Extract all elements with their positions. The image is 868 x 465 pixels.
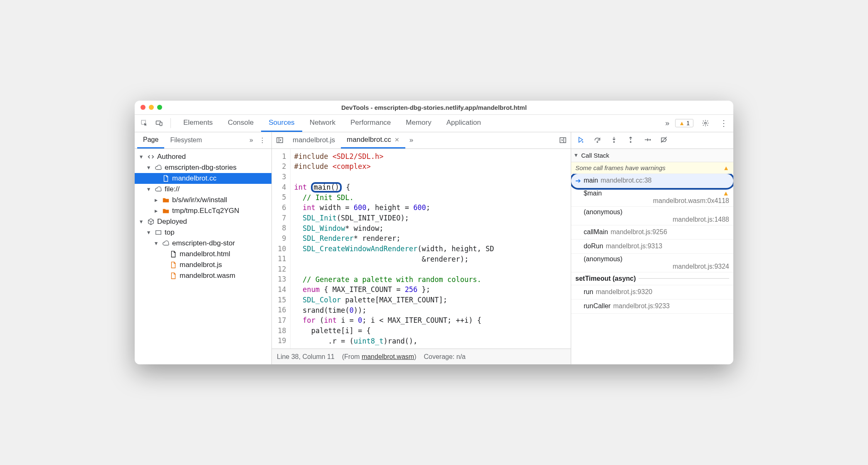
- step-into-icon[interactable]: [610, 136, 618, 145]
- step-over-icon[interactable]: [594, 136, 601, 145]
- step-out-icon[interactable]: [627, 136, 634, 145]
- code-line[interactable]: .r = (uint8_t)rand(),: [294, 336, 567, 346]
- callstack-frame[interactable]: runCallermandelbrot.js:9233: [571, 299, 733, 314]
- tab-performance[interactable]: Performance: [343, 115, 398, 132]
- code-line[interactable]: [294, 172, 567, 182]
- frame-name: callMain: [584, 228, 608, 236]
- devtools-window: DevTools - emscripten-dbg-stories.netlif…: [135, 101, 733, 365]
- code-line[interactable]: // Init SDL.: [294, 193, 567, 203]
- editor-tabs-overflow[interactable]: »: [406, 136, 417, 144]
- code-editor[interactable]: 12345678910111213141516171819 #include <…: [272, 149, 571, 349]
- code-line[interactable]: &renderer);: [294, 254, 567, 265]
- frame-location: mandelbrot.js:9256: [611, 228, 667, 236]
- svg-rect-4: [156, 230, 161, 234]
- tree-item[interactable]: ▼emscripten-dbg-stories: [135, 162, 271, 173]
- close-tab-icon[interactable]: ✕: [395, 136, 399, 143]
- tree-item[interactable]: mandelbrot.cc: [135, 173, 271, 184]
- code-line[interactable]: // Generate a palette with random colour…: [294, 275, 567, 285]
- tree-item[interactable]: ▼top: [135, 227, 271, 238]
- callstack[interactable]: ➔mainmandelbrot.cc:38$main▲mandelbrot.wa…: [571, 174, 733, 365]
- tree-item[interactable]: ▼emscripten-dbg-stor: [135, 238, 271, 249]
- callstack-frame[interactable]: runmandelbrot.js:9320: [571, 285, 733, 299]
- code-line[interactable]: srand(time(0));: [294, 305, 567, 316]
- frame-name: doRun: [584, 242, 603, 250]
- nav-tab-page[interactable]: Page: [137, 132, 164, 148]
- code-line[interactable]: SDL_CreateWindowAndRenderer(width, heigh…: [294, 244, 567, 254]
- tree-label: Deployed: [157, 218, 187, 226]
- show-navigator-icon[interactable]: [274, 132, 286, 148]
- code-line[interactable]: [294, 264, 567, 275]
- async-divider: setTimeout (async): [571, 272, 733, 285]
- tab-network[interactable]: Network: [302, 115, 343, 132]
- tree-item[interactable]: mandelbrot.js: [135, 260, 271, 270]
- frame-location: mandelbrot.js:9320: [596, 288, 652, 296]
- callstack-frame[interactable]: (anonymous)mandelbrot.js:1488: [571, 207, 733, 225]
- tree-item[interactable]: ▼file://: [135, 184, 271, 195]
- code-line[interactable]: #include <complex>: [294, 161, 567, 172]
- source-text[interactable]: #include <SDL2/SDL.h>#include <complex> …: [291, 149, 571, 349]
- navigator: Page Filesystem » ⋮ ▼Authored▼emscripten…: [135, 132, 272, 365]
- disclosure-icon: ▼: [147, 165, 152, 171]
- callstack-frame[interactable]: (anonymous)mandelbrot.js:9324: [571, 254, 733, 272]
- minimize-window-icon[interactable]: [149, 105, 154, 110]
- tab-application[interactable]: Application: [439, 115, 488, 132]
- show-debugger-icon[interactable]: [557, 132, 569, 148]
- disclosure-icon: ▼: [140, 219, 145, 225]
- step-icon[interactable]: [644, 136, 651, 145]
- code-line[interactable]: int width = 600, height = 600;: [294, 203, 567, 213]
- callstack-frame[interactable]: doRunmandelbrot.js:9313: [571, 240, 733, 254]
- warnings-chip[interactable]: ▲ 1: [675, 119, 693, 127]
- tree-item[interactable]: mandelbrot.html: [135, 249, 271, 260]
- editor-tab[interactable]: mandelbrot.js: [287, 132, 341, 148]
- inspect-icon[interactable]: [138, 117, 150, 129]
- tree-item[interactable]: ▶tmp/tmp.ELcTq2YGN: [135, 205, 271, 216]
- frame-location: mandelbrot.cc:38: [601, 177, 652, 184]
- tree-item[interactable]: ▼Deployed: [135, 216, 271, 227]
- editor-tabs: mandelbrot.jsmandelbrot.cc✕ »: [272, 132, 571, 149]
- code-line[interactable]: SDL_Init(SDL_INIT_VIDEO);: [294, 213, 567, 223]
- code-line[interactable]: int main() {: [294, 182, 567, 193]
- tab-memory[interactable]: Memory: [398, 115, 439, 132]
- zoom-window-icon[interactable]: [157, 105, 162, 110]
- tree-label: tmp/tmp.ELcTq2YGN: [172, 207, 239, 215]
- code-line[interactable]: for (int i = 0; i < MAX_ITER_COUNT; ++i)…: [294, 315, 567, 326]
- nav-tab-filesystem[interactable]: Filesystem: [164, 132, 207, 148]
- nav-overflow[interactable]: »: [247, 136, 256, 144]
- device-toggle-icon[interactable]: [153, 117, 165, 129]
- disclosure-icon: ▼: [140, 154, 145, 160]
- source-tree[interactable]: ▼Authored▼emscripten-dbg-storiesmandelbr…: [135, 149, 271, 365]
- tree-label: mandelbrot.wasm: [180, 272, 235, 280]
- tree-item[interactable]: ▶b/s/w/ir/x/w/install: [135, 195, 271, 205]
- tab-sources[interactable]: Sources: [261, 115, 302, 132]
- close-window-icon[interactable]: [141, 105, 145, 110]
- code-line[interactable]: SDL_Color palette[MAX_ITER_COUNT];: [294, 295, 567, 305]
- code-line[interactable]: SDL_Window* window;: [294, 223, 567, 234]
- callstack-frame[interactable]: $main▲mandelbrot.wasm:0x4118: [571, 188, 733, 207]
- callstack-header[interactable]: ▼ Call Stack: [571, 149, 733, 162]
- nav-menu-icon[interactable]: ⋮: [256, 136, 269, 144]
- tree-label: b/s/w/ir/x/w/install: [172, 196, 227, 204]
- tab-console[interactable]: Console: [220, 115, 261, 132]
- tree-item[interactable]: mandelbrot.wasm: [135, 270, 271, 281]
- svg-point-9: [582, 141, 583, 142]
- editor-statusbar: Line 38, Column 11 (From mandelbrot.wasm…: [272, 349, 571, 364]
- code-line[interactable]: SDL_Renderer* renderer;: [294, 233, 567, 244]
- callstack-frame[interactable]: callMainmandelbrot.js:9256: [571, 225, 733, 240]
- source-from-link[interactable]: mandelbrot.wasm: [362, 353, 414, 360]
- navigator-tabs: Page Filesystem » ⋮: [135, 132, 271, 149]
- callstack-frame[interactable]: ➔mainmandelbrot.cc:38: [571, 174, 733, 188]
- code-line[interactable]: palette[i] = {: [294, 326, 567, 336]
- tab-elements[interactable]: Elements: [176, 115, 220, 132]
- editor-tab[interactable]: mandelbrot.cc✕: [341, 132, 405, 148]
- resume-icon[interactable]: [577, 136, 584, 145]
- frame-location: mandelbrot.js:1488: [673, 216, 729, 223]
- tabs-overflow[interactable]: »: [662, 119, 673, 128]
- deactivate-breakpoints-icon[interactable]: [660, 136, 668, 145]
- kebab-icon[interactable]: ⋮: [718, 117, 730, 129]
- warning-icon: ▲: [723, 190, 729, 197]
- settings-icon[interactable]: [699, 117, 712, 129]
- frame-location: mandelbrot.js:9324: [673, 263, 729, 270]
- code-line[interactable]: #include <SDL2/SDL.h>: [294, 151, 567, 162]
- code-line[interactable]: enum { MAX_ITER_COUNT = 256 };: [294, 284, 567, 295]
- tree-item[interactable]: ▼Authored: [135, 151, 271, 162]
